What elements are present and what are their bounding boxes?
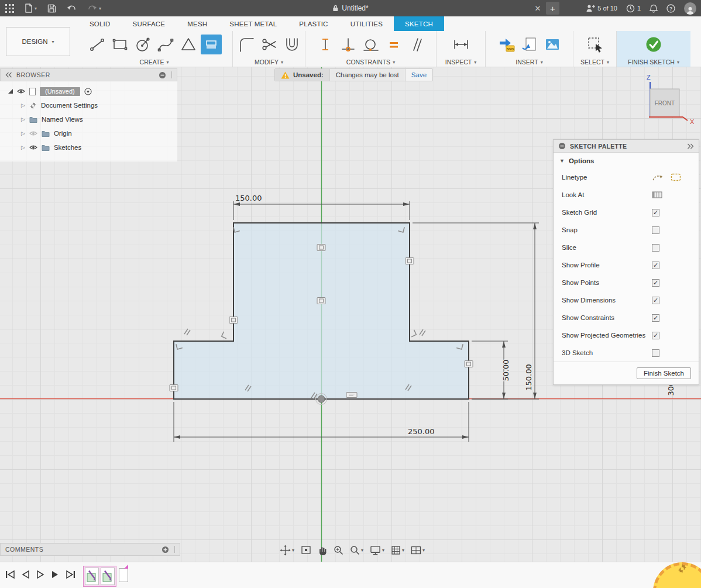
save-link[interactable]: Save <box>406 69 432 81</box>
group-inspect-dropdown[interactable]: INSPECT▾ <box>438 57 483 67</box>
tab-plastic[interactable]: PLASTIC <box>288 16 339 31</box>
collapsed-node-icon[interactable]: ▷ <box>21 102 25 108</box>
timeline-sketch-feature[interactable] <box>101 568 115 585</box>
select-tool-icon[interactable] <box>585 35 606 54</box>
file-menu-button[interactable]: ▾ <box>19 0 42 16</box>
collapsed-node-icon[interactable]: ▷ <box>21 145 25 150</box>
look-at-button[interactable] <box>652 191 662 199</box>
zoom-window-button[interactable]: ▾ <box>350 545 363 555</box>
coincident-constraint-icon[interactable] <box>338 35 359 54</box>
polygon-tool-icon[interactable] <box>178 35 199 54</box>
line-tool-icon[interactable] <box>87 35 108 54</box>
fit-button[interactable] <box>301 545 311 555</box>
skip-to-start-button[interactable] <box>5 570 15 579</box>
group-insert-dropdown[interactable]: INSERT▾ <box>487 57 571 67</box>
show-profile-checkbox[interactable] <box>652 262 659 269</box>
tab-utilities[interactable]: UTILITIES <box>339 16 394 31</box>
measure-icon[interactable] <box>451 35 472 54</box>
visibility-eye-icon[interactable] <box>17 88 25 94</box>
app-menu-button[interactable] <box>0 0 19 16</box>
workspace-switcher[interactable]: DESIGN ▾ <box>6 27 70 56</box>
tree-row-named-views[interactable]: ▷ Named Views <box>0 112 177 126</box>
display-settings-button[interactable]: ▾ <box>370 545 384 555</box>
trim-scissors-icon[interactable] <box>259 35 280 54</box>
expanded-node-icon[interactable] <box>8 89 13 94</box>
timeline-position-marker[interactable] <box>119 568 128 582</box>
show-constraints-checkbox[interactable] <box>652 314 659 322</box>
finish-sketch-palette-button[interactable]: Finish Sketch <box>637 367 691 379</box>
decal-icon[interactable] <box>519 35 540 54</box>
browser-minimize-button[interactable] <box>159 71 166 79</box>
equal-constraint-icon[interactable] <box>383 35 404 54</box>
sketch-grid-checkbox[interactable] <box>652 209 659 216</box>
group-constraints-dropdown[interactable]: CONSTRAINTS▾ <box>307 57 434 67</box>
dimension-edit-icon[interactable] <box>346 393 357 398</box>
active-rectangle-tool-icon[interactable] <box>201 35 222 54</box>
rectangle-tool-icon[interactable] <box>109 35 130 54</box>
expand-palette-button[interactable] <box>687 143 694 149</box>
tab-sketch[interactable]: SKETCH <box>394 16 444 31</box>
group-modify-dropdown[interactable]: MODIFY▾ <box>235 57 303 67</box>
insert-svg-icon[interactable]: SVG <box>496 35 517 54</box>
finish-sketch-icon[interactable] <box>643 35 664 54</box>
grid-settings-button[interactable]: ▾ <box>391 545 404 555</box>
circle-minus-icon[interactable] <box>558 142 566 150</box>
undo-button[interactable] <box>61 0 82 16</box>
pan-hand-button[interactable] <box>318 545 327 555</box>
viewports-button[interactable]: ▾ <box>411 546 425 555</box>
timeline-sketch-feature[interactable] <box>85 568 99 585</box>
dimension-right-outer[interactable]: 150.00 <box>524 364 533 391</box>
finish-sketch-button[interactable]: FINISH SKETCH▾ <box>618 57 689 67</box>
browser-header[interactable]: BROWSER <box>0 68 177 81</box>
tab-solid[interactable]: SOLID <box>78 16 122 31</box>
redo-button[interactable]: ▾ <box>82 0 106 16</box>
user-avatar[interactable] <box>684 2 696 15</box>
add-comment-button[interactable] <box>161 546 169 553</box>
skip-to-end-button[interactable] <box>66 570 76 579</box>
document-tab[interactable]: Untitled* <box>332 4 368 12</box>
group-create-dropdown[interactable]: CREATE▾ <box>78 57 231 67</box>
linetype-centerline-button[interactable] <box>671 173 681 181</box>
canvas-image-icon[interactable] <box>542 35 563 54</box>
slice-checkbox[interactable] <box>652 244 659 252</box>
collapsed-node-icon[interactable]: ▷ <box>21 130 25 136</box>
save-button[interactable] <box>42 0 61 16</box>
parallel-constraint-icon[interactable] <box>406 35 427 54</box>
visibility-eye-icon[interactable] <box>29 145 37 150</box>
document-root-label[interactable]: (Unsaved) <box>40 87 80 96</box>
horizontal-vertical-constraint-icon[interactable] <box>315 35 336 54</box>
comments-header[interactable]: COMMENTS <box>0 543 180 556</box>
tab-mesh[interactable]: MESH <box>176 16 218 31</box>
3d-sketch-checkbox[interactable] <box>652 349 659 357</box>
pan-button[interactable]: ▾ <box>280 545 294 556</box>
tree-row-document-root[interactable]: (Unsaved) <box>0 84 177 98</box>
play-button[interactable] <box>36 570 44 579</box>
circle-tool-icon[interactable] <box>132 35 153 54</box>
notifications-button[interactable] <box>650 4 658 13</box>
show-dimensions-checkbox[interactable] <box>652 297 659 304</box>
tree-row-origin[interactable]: ▷ Origin <box>0 126 177 140</box>
step-back-button[interactable] <box>22 570 30 579</box>
panel-grip[interactable] <box>174 546 175 553</box>
panel-grip[interactable] <box>171 71 172 78</box>
spline-tool-icon[interactable] <box>155 35 176 54</box>
new-tab-button[interactable]: + <box>546 2 559 15</box>
tangent-constraint-icon[interactable] <box>360 35 382 54</box>
activate-target-icon[interactable] <box>84 88 92 95</box>
collapsed-node-icon[interactable]: ▷ <box>21 116 25 122</box>
extension-manager-button[interactable]: 1 <box>626 4 641 13</box>
sketch-palette-header[interactable]: SKETCH PALETTE <box>554 140 699 153</box>
snap-checkbox[interactable] <box>652 226 659 234</box>
visibility-off-eye-icon[interactable] <box>29 130 37 136</box>
view-cube[interactable]: Z FRONT X <box>641 71 699 127</box>
dimension-top-width[interactable]: 150.00 <box>235 194 262 202</box>
linetype-construction-button[interactable] <box>652 173 664 181</box>
offset-tool-icon[interactable] <box>281 35 303 54</box>
tab-surface[interactable]: SURFACE <box>122 16 177 31</box>
close-tab-button[interactable]: ✕ <box>530 0 545 16</box>
step-forward-button[interactable] <box>51 570 59 579</box>
help-button[interactable]: ? <box>666 4 675 13</box>
options-section-header[interactable]: ▼ Options <box>554 153 699 169</box>
fillet-tool-icon[interactable] <box>236 35 257 54</box>
dimension-bottom-width[interactable]: 250.00 <box>408 427 435 436</box>
